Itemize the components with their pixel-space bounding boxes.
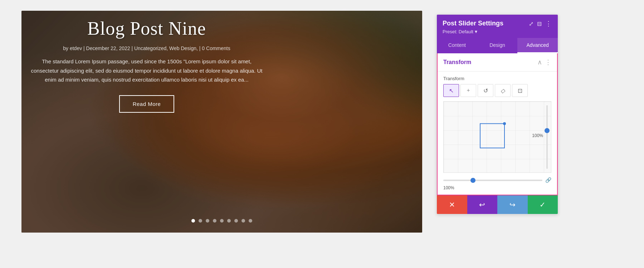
slide-meta: by etdev | December 22, 2022 | Uncategor… (29, 45, 265, 51)
reset-button[interactable]: ↩ (467, 195, 498, 214)
slide-dot-2[interactable] (199, 219, 202, 223)
skew-tool-button[interactable]: ◇ (495, 84, 511, 97)
redo-button[interactable]: ↪ (497, 195, 528, 214)
horizontal-slider-area: 🔗 (438, 173, 557, 185)
transform-canvas: 100% (443, 101, 551, 173)
vertical-slider-container (546, 105, 548, 169)
blog-slider: Blog Post Nine by etdev | December 22, 2… (21, 11, 422, 233)
panel-actions: ✕ ↩ ↪ ✓ (437, 195, 558, 214)
expand-icon[interactable]: ⤢ (529, 20, 533, 27)
slide-dots (191, 219, 252, 223)
transform-bounding-box[interactable] (480, 123, 505, 148)
cancel-button[interactable]: ✕ (437, 195, 467, 214)
panel-header: Post Slider Settings Preset: Default ▾ ⤢… (437, 15, 558, 38)
rotate-icon: ↺ (483, 87, 488, 94)
link-icon[interactable]: 🔗 (545, 177, 551, 183)
read-more-button[interactable]: Read More (119, 95, 175, 113)
slide-dot-3[interactable] (206, 219, 209, 223)
scale-tool-button[interactable]: ⊡ (512, 84, 528, 97)
slide-dot-9[interactable] (249, 219, 252, 223)
transform-more-icon[interactable]: ⋮ (545, 58, 551, 66)
slide-dot-4[interactable] (213, 219, 216, 223)
slide-dot-8[interactable] (241, 219, 245, 223)
transform-tools: ↖ + ↺ ◇ ⊡ (438, 84, 557, 101)
settings-panel: Post Slider Settings Preset: Default ▾ ⤢… (436, 14, 558, 214)
panel-header-left: Post Slider Settings Preset: Default ▾ (443, 20, 503, 34)
add-tool-button[interactable]: + (460, 84, 476, 97)
transform-collapse-icon[interactable]: ∧ (537, 58, 542, 66)
rotate-tool-button[interactable]: ↺ (478, 84, 493, 97)
slide-content: Blog Post Nine by etdev | December 22, 2… (21, 11, 272, 120)
slide-dot-7[interactable] (234, 219, 238, 223)
panel-preset[interactable]: Preset: Default ▾ (443, 29, 503, 34)
panel-header-icons: ⤢ ⊟ ⋮ (529, 20, 552, 28)
vertical-slider-thumb[interactable] (545, 128, 550, 133)
vertical-slider-track[interactable] (546, 105, 548, 169)
transform-label: Transform (438, 72, 557, 84)
scale-y-percent-label: 100% (443, 185, 454, 190)
tab-advanced[interactable]: Advanced (517, 38, 558, 53)
transform-section: Transform ∧ ⋮ Transform ↖ + ↺ (438, 53, 557, 195)
columns-icon[interactable]: ⊟ (537, 20, 542, 27)
transform-section-title: Transform (443, 59, 471, 65)
slide-dot-1[interactable] (191, 219, 195, 223)
slide-dot-5[interactable] (220, 219, 224, 223)
tab-content[interactable]: Content (437, 38, 477, 53)
slide-excerpt: The standard Lorem Ipsum passage, used s… (29, 57, 265, 84)
slide-title: Blog Post Nine (29, 18, 265, 39)
horizontal-slider-track[interactable] (443, 180, 542, 181)
tab-design[interactable]: Design (477, 38, 518, 53)
transform-header: Transform ∧ ⋮ (438, 53, 557, 72)
move-icon: ↖ (449, 87, 454, 94)
more-options-icon[interactable]: ⋮ (545, 20, 552, 28)
preset-chevron-icon: ▾ (475, 29, 477, 34)
move-tool-button[interactable]: ↖ (443, 84, 459, 97)
scale-icon: ⊡ (518, 87, 522, 94)
skew-icon: ◇ (501, 87, 505, 94)
scale-x-percent-label: 100% (532, 133, 543, 138)
panel-title: Post Slider Settings (443, 20, 503, 27)
horizontal-slider-thumb[interactable] (470, 178, 475, 183)
transform-header-controls: ∧ ⋮ (537, 58, 551, 66)
panel-tabs: Content Design Advanced (437, 38, 558, 53)
add-icon: + (467, 87, 470, 94)
save-button[interactable]: ✓ (528, 195, 558, 214)
slide-dot-6[interactable] (227, 219, 231, 223)
percent-labels: 100% (438, 185, 557, 195)
panel-body: Transform ∧ ⋮ Transform ↖ + ↺ (437, 53, 558, 195)
